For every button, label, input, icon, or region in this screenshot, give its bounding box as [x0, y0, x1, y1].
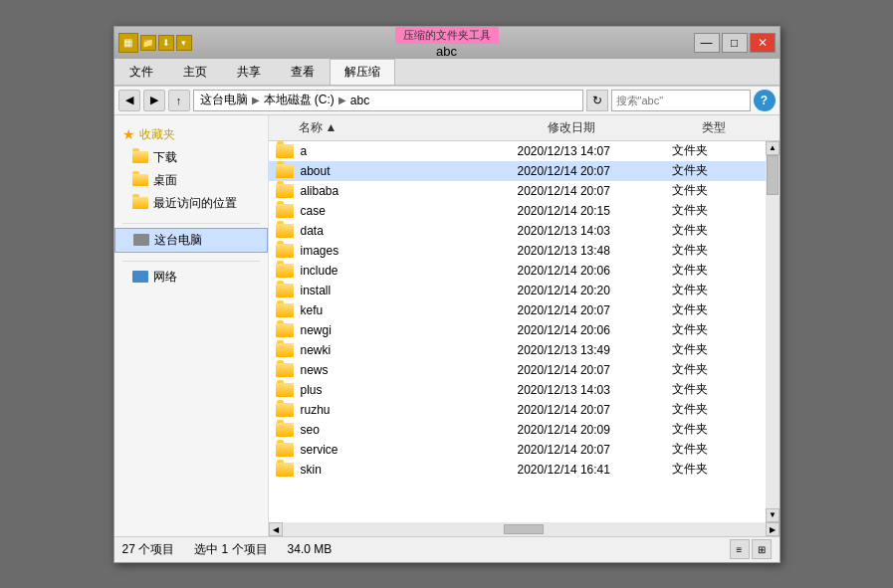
table-row[interactable]: service 2020/12/14 20:07 文件夹: [269, 440, 766, 460]
table-row[interactable]: kefu 2020/12/14 20:07 文件夹: [269, 300, 766, 320]
row-type: 文件夹: [672, 262, 708, 279]
scroll-right-button[interactable]: ▶: [766, 522, 780, 536]
table-row[interactable]: a 2020/12/13 14:07 文件夹: [269, 141, 766, 161]
file-list: a 2020/12/13 14:07 文件夹 about 2020/12/14 …: [269, 141, 766, 480]
table-row[interactable]: seo 2020/12/14 20:09 文件夹: [269, 420, 766, 440]
row-name: install: [301, 284, 518, 297]
row-type: 文件夹: [672, 441, 708, 458]
h-scroll-thumb[interactable]: [504, 524, 544, 534]
row-icon-cell: [269, 343, 301, 357]
path-part-drive[interactable]: 本地磁盘 (C:): [264, 92, 335, 108]
table-row[interactable]: skin 2020/12/14 16:41 文件夹: [269, 460, 766, 480]
folder-icon: [276, 343, 294, 357]
row-type: 文件夹: [672, 381, 708, 398]
folder-icon: [276, 403, 294, 417]
sidebar-item-recent[interactable]: 最近访问的位置: [114, 192, 268, 215]
row-icon-cell: [269, 423, 301, 437]
sidebar-favorites-header[interactable]: ★ 收藏夹: [114, 123, 268, 146]
sidebar-divider-2: [122, 261, 260, 262]
table-row[interactable]: images 2020/12/13 13:48 文件夹: [269, 241, 766, 261]
table-row[interactable]: data 2020/12/13 14:03 文件夹: [269, 221, 766, 241]
sidebar-item-network[interactable]: 网络: [114, 266, 268, 289]
window-icon-4[interactable]: ▾: [176, 35, 192, 51]
table-row[interactable]: case 2020/12/14 20:15 文件夹: [269, 201, 766, 221]
file-area-wrapper: 名称 ▲ 修改日期 类型 a 2020/12/13 14:07 文件夹: [269, 115, 780, 536]
tab-extract[interactable]: 解压缩: [330, 59, 395, 85]
main-area: ★ 收藏夹 下载 桌面 最近访问的位置: [114, 115, 780, 536]
table-row[interactable]: newgi 2020/12/14 20:06 文件夹: [269, 320, 766, 340]
back-button[interactable]: ◀: [118, 90, 140, 111]
path-sep-1: ▶: [252, 95, 260, 105]
folder-icon: [132, 197, 148, 209]
row-icon-cell: [269, 204, 301, 218]
row-icon-cell: [269, 323, 301, 337]
title-center: 压缩的文件夹工具 abc: [395, 27, 499, 59]
row-name: a: [301, 144, 518, 158]
title-bar-left: ▦ 📁 ⬇ ▾: [114, 33, 192, 53]
tab-file[interactable]: 文件: [114, 59, 168, 85]
search-box[interactable]: 🔍: [611, 90, 751, 111]
col-header-name[interactable]: 名称 ▲: [291, 117, 540, 138]
table-row[interactable]: include 2020/12/14 20:06 文件夹: [269, 261, 766, 281]
row-name: kefu: [301, 303, 518, 317]
row-name: newgi: [301, 323, 518, 337]
help-button[interactable]: ?: [754, 90, 776, 111]
table-row[interactable]: newki 2020/12/13 13:49 文件夹: [269, 340, 766, 360]
path-part-pc[interactable]: 这台电脑: [200, 92, 248, 108]
tab-view[interactable]: 查看: [276, 59, 330, 85]
row-type: 文件夹: [672, 142, 708, 159]
maximize-button[interactable]: □: [722, 33, 748, 53]
sort-arrow-icon: ▲: [326, 120, 337, 134]
vertical-scrollbar[interactable]: ▲ ▼: [766, 141, 780, 522]
window-icon-2[interactable]: 📁: [140, 35, 156, 51]
col-header-type[interactable]: 类型: [694, 117, 774, 138]
minimize-button[interactable]: —: [694, 33, 720, 53]
view-details-button[interactable]: ≡: [730, 539, 750, 559]
folder-icon: [276, 284, 294, 297]
sidebar-item-desktop[interactable]: 桌面: [114, 169, 268, 192]
file-content-area: a 2020/12/13 14:07 文件夹 about 2020/12/14 …: [269, 141, 780, 522]
folder-icon: [276, 363, 294, 377]
row-type: 文件夹: [672, 341, 708, 358]
search-input[interactable]: [616, 95, 754, 106]
tab-home[interactable]: 主页: [168, 59, 222, 85]
sidebar: ★ 收藏夹 下载 桌面 最近访问的位置: [114, 115, 269, 536]
table-row[interactable]: install 2020/12/14 20:20 文件夹: [269, 281, 766, 300]
row-name: case: [301, 204, 518, 218]
scroll-thumb[interactable]: [767, 155, 779, 195]
network-icon: [132, 271, 148, 283]
table-row[interactable]: news 2020/12/14 20:07 文件夹: [269, 360, 766, 380]
window-icon-1[interactable]: ▦: [118, 33, 138, 53]
path-part-folder[interactable]: abc: [350, 94, 369, 107]
ribbon-tabs: 文件 主页 共享 查看 解压缩: [114, 59, 780, 86]
view-grid-button[interactable]: ⊞: [752, 539, 772, 559]
row-date: 2020/12/13 14:03: [518, 383, 672, 397]
table-row[interactable]: about 2020/12/14 20:07 文件夹: [269, 161, 766, 181]
row-date: 2020/12/14 20:07: [518, 184, 672, 198]
table-row[interactable]: plus 2020/12/13 14:03 文件夹: [269, 380, 766, 400]
col-date-label: 修改日期: [548, 119, 595, 136]
table-row[interactable]: alibaba 2020/12/14 20:07 文件夹: [269, 181, 766, 201]
tab-share[interactable]: 共享: [222, 59, 276, 85]
up-button[interactable]: ↑: [168, 90, 190, 111]
table-row[interactable]: ruzhu 2020/12/14 20:07 文件夹: [269, 400, 766, 420]
refresh-button[interactable]: ↻: [586, 90, 608, 111]
folder-icon: [276, 204, 294, 218]
row-type: 文件夹: [672, 461, 708, 478]
address-path[interactable]: 这台电脑 ▶ 本地磁盘 (C:) ▶ abc: [193, 90, 583, 111]
file-list-container[interactable]: a 2020/12/13 14:07 文件夹 about 2020/12/14 …: [269, 141, 766, 522]
row-icon-cell: [269, 184, 301, 198]
close-button[interactable]: ✕: [750, 33, 776, 53]
window-icon-3[interactable]: ⬇: [158, 35, 174, 51]
sidebar-item-downloads[interactable]: 下载: [114, 146, 268, 169]
forward-button[interactable]: ▶: [143, 90, 165, 111]
row-date: 2020/12/13 13:48: [518, 244, 672, 258]
scroll-up-button[interactable]: ▲: [766, 141, 780, 155]
sidebar-item-pc[interactable]: 这台电脑: [114, 228, 268, 253]
col-header-date[interactable]: 修改日期: [540, 117, 694, 138]
scroll-left-button[interactable]: ◀: [269, 522, 283, 536]
horizontal-scrollbar[interactable]: ◀ ▶: [269, 522, 780, 536]
row-date: 2020/12/13 14:03: [518, 224, 672, 238]
scroll-down-button[interactable]: ▼: [766, 508, 780, 522]
row-type: 文件夹: [672, 421, 708, 438]
